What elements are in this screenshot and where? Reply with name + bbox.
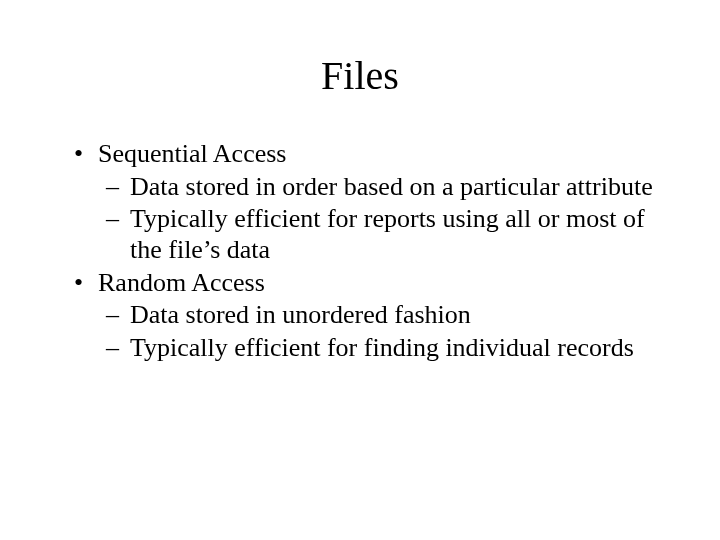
slide-body: Sequential Access Data stored in order b…	[0, 119, 720, 364]
subbullet-data-unordered: Data stored in unordered fashion	[70, 300, 660, 331]
slide: Files Sequential Access Data stored in o…	[0, 0, 720, 540]
subbullet-efficient-individual: Typically efficient for finding individu…	[70, 333, 660, 364]
subbullet-efficient-reports: Typically efficient for reports using al…	[70, 204, 660, 265]
bullet-sequential-access: Sequential Access	[70, 139, 660, 170]
bullet-random-access: Random Access	[70, 268, 660, 299]
subbullet-data-stored-order: Data stored in order based on a particul…	[70, 172, 660, 203]
slide-title: Files	[0, 0, 720, 119]
